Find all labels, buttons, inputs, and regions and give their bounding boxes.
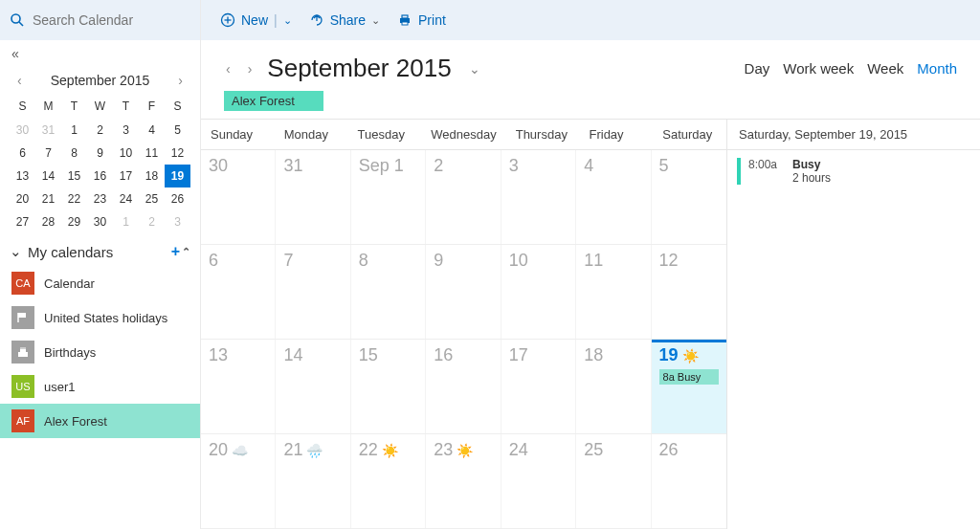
mini-day-cell[interactable]: 22 [61, 187, 87, 210]
day-cell[interactable]: 14 [276, 340, 350, 433]
weather-icon: ☀️ [382, 443, 398, 458]
calendar-list-item[interactable]: Birthdays [0, 335, 200, 369]
mini-day-cell[interactable]: 14 [35, 165, 61, 187]
view-workweek[interactable]: Work week [783, 60, 854, 77]
mini-day-cell[interactable]: 19 [165, 165, 190, 187]
weather-icon: 🌧️ [306, 443, 323, 458]
share-button[interactable]: Share ⌄ [309, 12, 380, 28]
calendar-list-item[interactable]: CACalendar [0, 266, 200, 300]
mini-day-cell[interactable]: 1 [61, 119, 87, 142]
svg-rect-13 [402, 15, 408, 18]
view-day[interactable]: Day [745, 60, 770, 77]
view-month[interactable]: Month [917, 60, 957, 77]
day-cell[interactable]: 4 [576, 150, 651, 244]
mini-next-button[interactable]: › [174, 73, 187, 88]
mini-day-cell[interactable]: 21 [35, 187, 61, 210]
svg-rect-5 [20, 349, 26, 352]
day-cell[interactable]: 5 [652, 150, 726, 244]
mini-day-cell[interactable]: 30 [87, 210, 113, 233]
day-cell[interactable]: 2 [426, 150, 501, 244]
mini-day-cell[interactable]: 24 [113, 187, 139, 210]
day-cell[interactable]: 25 [576, 434, 651, 528]
agenda-item[interactable]: 8:00aBusy2 hours [727, 150, 980, 192]
day-number: 9 [434, 251, 443, 270]
collapse-sidebar-button[interactable]: « [0, 40, 200, 67]
month-title[interactable]: September 2015 [267, 54, 451, 83]
search-row[interactable] [0, 0, 200, 40]
mini-day-cell[interactable]: 18 [139, 165, 165, 187]
title-dropdown-icon[interactable]: ⌄ [469, 61, 480, 77]
day-cell[interactable]: 26 [652, 434, 726, 528]
mini-day-cell[interactable]: 30 [10, 119, 35, 142]
mini-day-cell[interactable]: 26 [165, 187, 190, 210]
search-icon [10, 12, 25, 28]
day-cell[interactable]: 8 [351, 245, 426, 339]
mini-day-cell[interactable]: 8 [61, 142, 87, 165]
mini-day-cell[interactable]: 13 [10, 165, 35, 187]
day-cell[interactable]: 6 [201, 245, 276, 339]
mini-day-cell[interactable]: 11 [139, 142, 165, 165]
calendar-list-item[interactable]: USuser1 [0, 369, 200, 404]
day-cell[interactable]: 18 [576, 340, 651, 433]
mini-day-cell[interactable]: 3 [165, 210, 190, 233]
mini-day-cell[interactable]: 6 [10, 142, 35, 165]
mini-day-cell[interactable]: 25 [139, 187, 165, 210]
mini-day-cell[interactable]: 29 [61, 210, 87, 233]
day-cell[interactable]: 20☁️ [201, 434, 276, 528]
mini-day-cell[interactable]: 1 [113, 210, 139, 233]
day-cell[interactable]: 7 [276, 245, 350, 339]
day-cell[interactable]: 23☀️ [426, 434, 501, 528]
mini-day-cell[interactable]: 31 [35, 119, 61, 142]
day-cell[interactable]: 24 [501, 434, 576, 528]
mini-dow-header: S [165, 96, 190, 119]
mini-day-cell[interactable]: 16 [87, 165, 113, 187]
owner-chip[interactable]: Alex Forest [224, 91, 323, 111]
day-cell[interactable]: 13 [201, 340, 276, 433]
mini-day-cell[interactable]: 20 [10, 187, 35, 210]
event-chip[interactable]: 8a Busy [659, 369, 719, 385]
mini-day-cell[interactable]: 9 [87, 142, 113, 165]
my-calendars-header[interactable]: ⌄My calendars +⌃ [0, 233, 200, 266]
day-cell[interactable]: 15 [351, 340, 426, 433]
prev-month-button[interactable]: ‹ [224, 61, 233, 77]
print-button[interactable]: Print [397, 12, 446, 28]
day-cell[interactable]: 9 [426, 245, 501, 339]
mini-day-cell[interactable]: 12 [165, 142, 190, 165]
mini-day-cell[interactable]: 28 [35, 210, 61, 233]
mini-day-cell[interactable]: 17 [113, 165, 139, 187]
day-cell[interactable]: 31 [276, 150, 350, 244]
month-grid: SundayMondayTuesdayWednesdayThursdayFrid… [201, 119, 726, 529]
day-cell[interactable]: 21🌧️ [276, 434, 350, 528]
add-calendar-button[interactable]: +⌃ [171, 243, 190, 260]
day-cell[interactable]: Sep 1 [351, 150, 426, 244]
mini-day-cell[interactable]: 5 [165, 119, 190, 142]
mini-day-cell[interactable]: 7 [35, 142, 61, 165]
view-week[interactable]: Week [867, 60, 903, 77]
calendar-list-item[interactable]: AFAlex Forest [0, 404, 200, 438]
mini-day-cell[interactable]: 3 [113, 119, 139, 142]
mini-day-cell[interactable]: 4 [139, 119, 165, 142]
day-cell[interactable]: 11 [576, 245, 651, 339]
day-cell[interactable]: 12 [652, 245, 726, 339]
mini-day-cell[interactable]: 23 [87, 187, 113, 210]
mini-day-cell[interactable]: 2 [87, 119, 113, 142]
new-dropdown-icon[interactable]: ⌄ [283, 14, 292, 27]
day-cell[interactable]: 3 [501, 150, 576, 244]
agenda-time: 8:00a [748, 158, 785, 185]
day-cell[interactable]: 17 [501, 340, 576, 433]
mini-day-cell[interactable]: 27 [10, 210, 35, 233]
day-cell[interactable]: 22☀️ [351, 434, 426, 528]
mini-day-cell[interactable]: 2 [139, 210, 165, 233]
calendar-list-item[interactable]: United States holidays [0, 300, 200, 335]
svg-line-1 [19, 22, 23, 26]
mini-day-cell[interactable]: 10 [113, 142, 139, 165]
search-input[interactable] [33, 12, 200, 28]
day-cell[interactable]: 16 [426, 340, 501, 433]
day-cell[interactable]: 30 [201, 150, 276, 244]
mini-prev-button[interactable]: ‹ [13, 73, 26, 88]
next-month-button[interactable]: › [246, 61, 255, 77]
new-button[interactable]: New | ⌄ [220, 12, 292, 28]
mini-day-cell[interactable]: 15 [61, 165, 87, 187]
day-cell[interactable]: 10 [501, 245, 576, 339]
day-cell[interactable]: 19☀️8a Busy [652, 340, 726, 433]
